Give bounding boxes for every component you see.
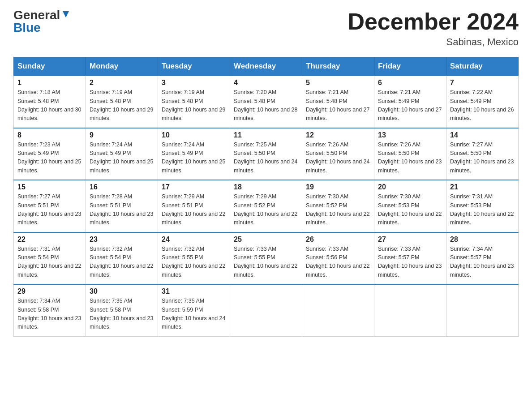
col-tuesday: Tuesday bbox=[158, 57, 230, 76]
day-info: Sunrise: 7:30 AMSunset: 5:52 PMDaylight:… bbox=[306, 193, 370, 227]
calendar-day-cell: 26 Sunrise: 7:33 AMSunset: 5:56 PMDaylig… bbox=[302, 232, 374, 285]
calendar-day-cell: 21 Sunrise: 7:31 AMSunset: 5:53 PMDaylig… bbox=[446, 180, 519, 232]
svg-marker-0 bbox=[63, 11, 69, 17]
calendar-day-cell: 11 Sunrise: 7:25 AMSunset: 5:50 PMDaylig… bbox=[230, 128, 302, 180]
calendar-day-cell bbox=[446, 284, 519, 336]
calendar-day-cell: 29 Sunrise: 7:34 AMSunset: 5:58 PMDaylig… bbox=[14, 284, 86, 336]
day-number: 13 bbox=[378, 131, 442, 139]
calendar-day-cell: 14 Sunrise: 7:27 AMSunset: 5:50 PMDaylig… bbox=[446, 128, 519, 180]
day-info: Sunrise: 7:28 AMSunset: 5:51 PMDaylight:… bbox=[90, 193, 154, 227]
day-info: Sunrise: 7:32 AMSunset: 5:55 PMDaylight:… bbox=[162, 245, 226, 280]
day-number: 27 bbox=[378, 235, 442, 244]
calendar-day-cell: 15 Sunrise: 7:27 AMSunset: 5:51 PMDaylig… bbox=[14, 180, 86, 232]
day-info: Sunrise: 7:20 AMSunset: 5:48 PMDaylight:… bbox=[234, 88, 298, 123]
calendar-day-cell: 16 Sunrise: 7:28 AMSunset: 5:51 PMDaylig… bbox=[86, 180, 158, 232]
page-header: General Blue December 2024 Sabinas, Mexi… bbox=[13, 9, 519, 48]
day-info: Sunrise: 7:24 AMSunset: 5:49 PMDaylight:… bbox=[162, 141, 226, 176]
calendar-day-cell: 28 Sunrise: 7:34 AMSunset: 5:57 PMDaylig… bbox=[446, 232, 519, 285]
col-thursday: Thursday bbox=[302, 57, 374, 76]
day-number: 16 bbox=[90, 183, 154, 191]
col-friday: Friday bbox=[374, 57, 446, 76]
calendar-day-cell bbox=[374, 284, 446, 336]
calendar-day-cell: 24 Sunrise: 7:32 AMSunset: 5:55 PMDaylig… bbox=[158, 232, 230, 285]
calendar-week-row-2: 8 Sunrise: 7:23 AMSunset: 5:49 PMDayligh… bbox=[14, 128, 519, 180]
day-number: 18 bbox=[234, 183, 298, 191]
calendar-table: Sunday Monday Tuesday Wednesday Thursday… bbox=[13, 57, 519, 337]
day-info: Sunrise: 7:21 AMSunset: 5:48 PMDaylight:… bbox=[306, 88, 370, 123]
day-number: 30 bbox=[90, 287, 154, 295]
day-number: 2 bbox=[90, 79, 154, 87]
location-text: Sabinas, Mexico bbox=[348, 36, 519, 48]
calendar-day-cell bbox=[230, 284, 302, 336]
day-info: Sunrise: 7:35 AMSunset: 5:58 PMDaylight:… bbox=[90, 297, 154, 332]
calendar-week-row-4: 22 Sunrise: 7:31 AMSunset: 5:54 PMDaylig… bbox=[14, 232, 519, 285]
day-info: Sunrise: 7:35 AMSunset: 5:59 PMDaylight:… bbox=[162, 297, 226, 332]
day-info: Sunrise: 7:31 AMSunset: 5:54 PMDaylight:… bbox=[17, 245, 82, 280]
calendar-day-cell: 23 Sunrise: 7:32 AMSunset: 5:54 PMDaylig… bbox=[86, 232, 158, 285]
col-saturday: Saturday bbox=[446, 57, 519, 76]
calendar-day-cell: 19 Sunrise: 7:30 AMSunset: 5:52 PMDaylig… bbox=[302, 180, 374, 232]
day-info: Sunrise: 7:27 AMSunset: 5:51 PMDaylight:… bbox=[17, 193, 82, 227]
day-number: 26 bbox=[306, 235, 370, 244]
calendar-day-cell: 31 Sunrise: 7:35 AMSunset: 5:59 PMDaylig… bbox=[158, 284, 230, 336]
day-number: 29 bbox=[17, 287, 82, 295]
calendar-day-cell: 8 Sunrise: 7:23 AMSunset: 5:49 PMDayligh… bbox=[14, 128, 86, 180]
logo-arrow-icon bbox=[61, 9, 71, 19]
day-number: 11 bbox=[234, 131, 298, 139]
day-number: 25 bbox=[234, 235, 298, 244]
calendar-day-cell: 30 Sunrise: 7:35 AMSunset: 5:58 PMDaylig… bbox=[86, 284, 158, 336]
calendar-day-cell: 1 Sunrise: 7:18 AMSunset: 5:48 PMDayligh… bbox=[14, 76, 86, 128]
day-info: Sunrise: 7:24 AMSunset: 5:49 PMDaylight:… bbox=[90, 141, 154, 176]
day-number: 7 bbox=[450, 79, 515, 87]
day-info: Sunrise: 7:33 AMSunset: 5:55 PMDaylight:… bbox=[234, 245, 298, 280]
calendar-day-cell: 7 Sunrise: 7:22 AMSunset: 5:49 PMDayligh… bbox=[446, 76, 519, 128]
day-info: Sunrise: 7:34 AMSunset: 5:58 PMDaylight:… bbox=[17, 297, 82, 332]
day-info: Sunrise: 7:26 AMSunset: 5:50 PMDaylight:… bbox=[306, 141, 370, 176]
col-monday: Monday bbox=[86, 57, 158, 76]
calendar-day-cell bbox=[302, 284, 374, 336]
col-wednesday: Wednesday bbox=[230, 57, 302, 76]
day-info: Sunrise: 7:33 AMSunset: 5:57 PMDaylight:… bbox=[378, 245, 442, 280]
day-info: Sunrise: 7:34 AMSunset: 5:57 PMDaylight:… bbox=[450, 245, 515, 280]
day-info: Sunrise: 7:32 AMSunset: 5:54 PMDaylight:… bbox=[90, 245, 154, 280]
logo-text-blue: Blue bbox=[13, 21, 41, 34]
calendar-day-cell: 22 Sunrise: 7:31 AMSunset: 5:54 PMDaylig… bbox=[14, 232, 86, 285]
day-number: 14 bbox=[450, 131, 515, 139]
logo-text-general: General bbox=[13, 9, 60, 21]
calendar-day-cell: 5 Sunrise: 7:21 AMSunset: 5:48 PMDayligh… bbox=[302, 76, 374, 128]
calendar-week-row-1: 1 Sunrise: 7:18 AMSunset: 5:48 PMDayligh… bbox=[14, 76, 519, 128]
day-number: 1 bbox=[17, 79, 82, 87]
calendar-day-cell: 17 Sunrise: 7:29 AMSunset: 5:51 PMDaylig… bbox=[158, 180, 230, 232]
day-info: Sunrise: 7:33 AMSunset: 5:56 PMDaylight:… bbox=[306, 245, 370, 280]
day-number: 15 bbox=[17, 183, 82, 191]
day-number: 12 bbox=[306, 131, 370, 139]
day-number: 6 bbox=[378, 79, 442, 87]
day-info: Sunrise: 7:27 AMSunset: 5:50 PMDaylight:… bbox=[450, 141, 515, 176]
calendar-day-cell: 2 Sunrise: 7:19 AMSunset: 5:48 PMDayligh… bbox=[86, 76, 158, 128]
calendar-day-cell: 4 Sunrise: 7:20 AMSunset: 5:48 PMDayligh… bbox=[230, 76, 302, 128]
day-info: Sunrise: 7:31 AMSunset: 5:53 PMDaylight:… bbox=[450, 193, 515, 227]
month-title: December 2024 bbox=[348, 9, 519, 34]
day-number: 4 bbox=[234, 79, 298, 87]
day-number: 20 bbox=[378, 183, 442, 191]
day-number: 9 bbox=[90, 131, 154, 139]
day-number: 5 bbox=[306, 79, 370, 87]
calendar-day-cell: 12 Sunrise: 7:26 AMSunset: 5:50 PMDaylig… bbox=[302, 128, 374, 180]
calendar-day-cell: 27 Sunrise: 7:33 AMSunset: 5:57 PMDaylig… bbox=[374, 232, 446, 285]
day-number: 21 bbox=[450, 183, 515, 191]
calendar-week-row-3: 15 Sunrise: 7:27 AMSunset: 5:51 PMDaylig… bbox=[14, 180, 519, 232]
calendar-day-cell: 3 Sunrise: 7:19 AMSunset: 5:48 PMDayligh… bbox=[158, 76, 230, 128]
calendar-day-cell: 13 Sunrise: 7:26 AMSunset: 5:50 PMDaylig… bbox=[374, 128, 446, 180]
col-sunday: Sunday bbox=[14, 57, 86, 76]
day-info: Sunrise: 7:18 AMSunset: 5:48 PMDaylight:… bbox=[17, 88, 82, 123]
day-info: Sunrise: 7:19 AMSunset: 5:48 PMDaylight:… bbox=[90, 88, 154, 123]
day-info: Sunrise: 7:29 AMSunset: 5:52 PMDaylight:… bbox=[234, 193, 298, 227]
day-number: 8 bbox=[17, 131, 82, 139]
calendar-day-cell: 10 Sunrise: 7:24 AMSunset: 5:49 PMDaylig… bbox=[158, 128, 230, 180]
day-number: 22 bbox=[17, 235, 82, 244]
title-block: December 2024 Sabinas, Mexico bbox=[348, 9, 519, 48]
day-info: Sunrise: 7:29 AMSunset: 5:51 PMDaylight:… bbox=[162, 193, 226, 227]
logo: General Blue bbox=[13, 9, 71, 34]
day-number: 23 bbox=[90, 235, 154, 244]
day-info: Sunrise: 7:19 AMSunset: 5:48 PMDaylight:… bbox=[162, 88, 226, 123]
